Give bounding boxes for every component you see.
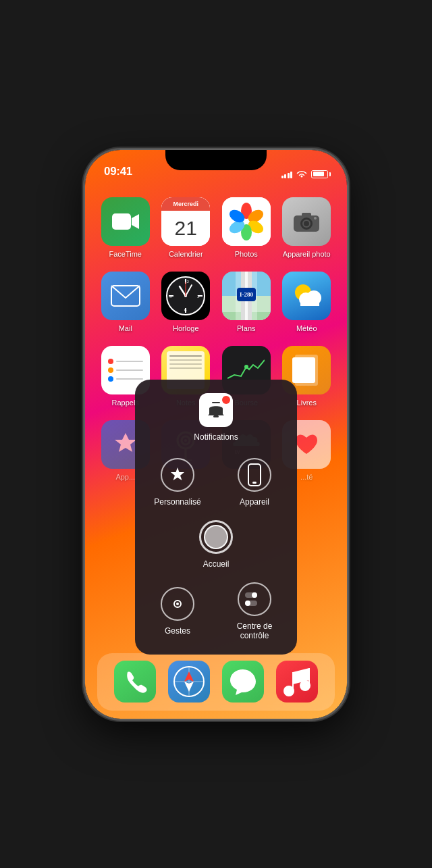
svg-point-60 — [245, 601, 250, 606]
battery-icon — [311, 170, 328, 178]
calendar-label: Calendrier — [169, 250, 203, 258]
dock — [97, 653, 335, 711]
status-time: 09:41 — [104, 165, 132, 178]
calendar-date: 21 — [175, 217, 197, 240]
messages-icon — [222, 661, 264, 703]
context-menu: Notifications Personnalisé — [135, 380, 297, 655]
dock-safari[interactable] — [168, 661, 210, 703]
notch — [165, 150, 267, 170]
menu-personnalise[interactable]: Personnalisé — [146, 458, 209, 507]
appareil-label: Appareil — [240, 497, 269, 507]
app-weather[interactable]: Météo — [280, 272, 334, 332]
phone-icon — [114, 661, 156, 703]
photos-label: Photos — [235, 250, 258, 258]
notifications-section: Notifications — [146, 393, 286, 442]
app-facetime[interactable]: FaceTime — [99, 197, 153, 258]
app-clock[interactable]: 12 3 6 9 Horloge — [159, 272, 213, 332]
maps-icon: I-280 — [222, 272, 271, 320]
centre-controle-label: Centre de contrôle — [223, 621, 286, 641]
weather-icon — [282, 272, 331, 320]
svg-rect-13 — [302, 213, 311, 217]
app-maps[interactable]: I-280 Plans — [219, 272, 273, 332]
photos-icon — [222, 197, 271, 246]
svg-rect-51 — [212, 402, 220, 403]
svg-rect-40 — [300, 298, 319, 306]
mail-icon — [101, 272, 150, 320]
dock-phone[interactable] — [114, 661, 156, 703]
notifications-icon — [199, 393, 233, 427]
phone-frame: 09:41 — [84, 149, 348, 719]
menu-centre-controle[interactable]: Centre de contrôle — [223, 582, 286, 641]
dock-music[interactable] — [276, 661, 318, 703]
star-icon — [161, 458, 194, 492]
camera-icon — [282, 197, 331, 246]
app-calendar[interactable]: Mercredi 21 Calendrier — [159, 197, 213, 258]
facetime-icon — [101, 197, 150, 246]
health-label: ...té — [300, 473, 313, 481]
signal-icon — [281, 170, 293, 178]
dock-messages[interactable] — [222, 661, 264, 703]
maps-label: Plans — [237, 324, 256, 332]
svg-rect-43 — [292, 357, 315, 383]
svg-text:12: 12 — [184, 279, 190, 284]
svg-text:6: 6 — [184, 307, 187, 313]
wifi-icon — [296, 170, 307, 178]
svg-rect-52 — [213, 415, 219, 417]
weather-label: Météo — [296, 324, 317, 332]
status-icons — [281, 170, 329, 178]
books-label: Livres — [297, 399, 317, 407]
svg-point-14 — [314, 217, 317, 220]
svg-rect-54 — [252, 482, 256, 484]
svg-point-41 — [244, 365, 248, 369]
gestes-label: Gestes — [165, 626, 190, 636]
personnalise-label: Personnalisé — [154, 497, 200, 507]
mail-label: Mail — [119, 324, 132, 332]
calendar-icon: Mercredi 21 — [161, 197, 210, 246]
app-camera[interactable]: Appareil photo — [280, 197, 334, 258]
svg-point-56 — [176, 603, 179, 605]
app-photos[interactable]: Photos — [219, 197, 273, 258]
control-center-icon — [238, 582, 271, 616]
facetime-label: FaceTime — [109, 250, 142, 258]
svg-text:I-280: I-280 — [240, 291, 253, 298]
svg-point-12 — [304, 221, 309, 226]
calendar-day: Mercredi — [173, 201, 198, 207]
menu-appareil[interactable]: Appareil — [223, 458, 286, 507]
device-icon — [238, 458, 271, 492]
svg-point-58 — [252, 592, 257, 598]
accueil-label: Accueil — [203, 559, 230, 569]
screen: 09:41 — [85, 150, 347, 719]
svg-rect-0 — [112, 213, 131, 230]
svg-text:9: 9 — [169, 294, 172, 299]
music-icon — [276, 661, 318, 703]
home-section: Accueil — [146, 520, 286, 569]
home-button[interactable] — [199, 520, 233, 554]
safari-icon — [168, 661, 210, 703]
gestures-icon — [161, 587, 194, 621]
clock-icon: 12 3 6 9 — [161, 272, 210, 320]
appstore-label: App... — [115, 473, 135, 481]
svg-marker-1 — [132, 214, 139, 229]
clock-label: Horloge — [173, 324, 199, 332]
svg-text:3: 3 — [197, 294, 200, 299]
app-mail[interactable]: Mail — [99, 272, 153, 332]
camera-label: Appareil photo — [283, 250, 331, 258]
notifications-label: Notifications — [194, 432, 238, 442]
menu-gestes[interactable]: Gestes — [146, 587, 209, 636]
